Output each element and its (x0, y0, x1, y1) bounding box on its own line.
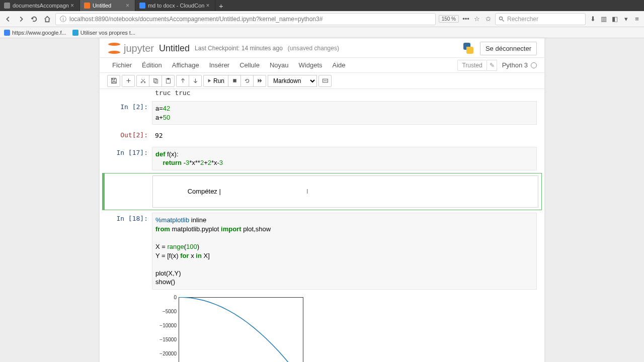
restart-button[interactable] (240, 75, 254, 87)
star-icon[interactable]: ✩ (484, 15, 492, 23)
menu-help[interactable]: Aide (328, 58, 351, 72)
markdown-cell-editing[interactable]: Compétez |I (102, 173, 542, 211)
cell-output: 92 (152, 129, 537, 142)
browser-tab[interactable]: md to docx - CloudCon × (135, 0, 216, 11)
copy-button[interactable] (149, 75, 162, 87)
output-cell: Out[2]: 92 (102, 127, 542, 144)
download-icon[interactable]: ⬇ (589, 15, 597, 23)
code-cell[interactable]: In [17]: def f(x): return -3*x**2+2*x-3 (102, 145, 542, 172)
y-tick-label: 0 (154, 294, 177, 300)
line-chart: 0−5000−10000−15000−20000−25000−300000204… (154, 296, 305, 362)
menu-file[interactable]: Fichier (107, 58, 137, 72)
edit-icon[interactable]: ✎ (487, 60, 497, 71)
site-info-icon[interactable]: ⓘ (60, 15, 66, 24)
move-down-button[interactable] (189, 75, 202, 87)
browser-tab-active[interactable]: Untitled × (80, 0, 135, 11)
menubar: Fichier Édition Affichage Insérer Cellul… (100, 58, 544, 73)
bookmark-item[interactable]: https://www.google.f... (4, 30, 66, 36)
trusted-badge[interactable]: Trusted (457, 60, 487, 71)
notebook-body[interactable]: truc truc In [2]: a=42 a+50 Out[2]: 92 I… (100, 89, 544, 362)
new-tab-button[interactable]: + (215, 0, 226, 11)
cell-input[interactable]: def f(x): return -3*x**2+2*x-3 (152, 147, 537, 170)
truncated-text: truc truc (100, 89, 544, 99)
jupyter-logo-text: jupyter (124, 43, 154, 54)
tab-favicon (4, 3, 10, 9)
code-cell[interactable]: In [2]: a=42 a+50 (102, 99, 542, 127)
star-outline-icon[interactable]: ☆ (473, 15, 481, 23)
svg-rect-7 (233, 79, 236, 82)
menu-insert[interactable]: Insérer (204, 58, 234, 72)
cell-input[interactable]: %matplotlib inline from matplotlib.pyplo… (152, 213, 537, 289)
y-tick-label: −15000 (154, 337, 177, 342)
forward-button[interactable] (16, 14, 26, 24)
jupyter-logo[interactable]: jupyter (107, 41, 154, 55)
tab-label: documentsAccompagn (13, 3, 69, 9)
cell-prompt: In [18]: (104, 213, 152, 289)
menu-kernel[interactable]: Noyau (265, 58, 294, 72)
unsaved-text: (unsaved changes) (288, 45, 339, 52)
jupyter-notebook: jupyter Untitled Last Checkpoint: 14 min… (100, 38, 544, 362)
home-button[interactable] (42, 14, 52, 24)
move-up-button[interactable] (176, 75, 189, 87)
cell-prompt: In [2]: (104, 101, 152, 125)
tab-label: md to docx - CloudCon (148, 3, 205, 9)
menu-edit[interactable]: Édition (137, 58, 167, 72)
cell-type-select[interactable]: Markdown (268, 75, 317, 87)
cell-input[interactable]: a=42 a+50 (152, 101, 537, 125)
y-tick-label: −10000 (154, 323, 177, 328)
run-button[interactable]: Run (203, 75, 228, 87)
url-bar[interactable]: ⓘ localhost:8890/notebooks/documentsAcco… (55, 13, 436, 25)
y-tick-label: −20000 (154, 351, 177, 356)
dots-icon[interactable]: ••• (462, 15, 470, 23)
browser-tab-strip: documentsAccompagn × Untitled × md to do… (0, 0, 644, 11)
logout-button[interactable]: Se déconnecter (480, 42, 537, 55)
plot-output: 0−5000−10000−15000−20000−25000−300000204… (154, 296, 310, 362)
stop-button[interactable] (228, 75, 241, 87)
text-cursor-icon: I (306, 188, 308, 195)
browser-toolbar: ⓘ localhost:8890/notebooks/documentsAcco… (0, 11, 644, 27)
svg-point-0 (500, 17, 503, 20)
cut-button[interactable] (136, 75, 149, 87)
bookmark-item[interactable]: Utiliser vos propres t... (72, 30, 135, 36)
menu-view[interactable]: Affichage (167, 58, 204, 72)
save-button[interactable] (107, 75, 120, 87)
paste-button[interactable] (162, 75, 175, 87)
bookmark-label: Utiliser vos propres t... (80, 30, 135, 36)
restart-run-all-button[interactable] (253, 75, 266, 87)
url-text: localhost:8890/notebooks/documentsAccomp… (69, 16, 323, 23)
close-icon[interactable]: × (204, 2, 211, 9)
kernel-indicator-icon (531, 62, 537, 68)
cell-prompt (105, 175, 152, 208)
command-palette-button[interactable] (318, 75, 332, 87)
add-cell-button[interactable] (122, 75, 135, 87)
pocket-icon[interactable]: ▾ (622, 15, 630, 23)
search-input[interactable]: Rechercher (495, 13, 586, 25)
notebook-header: jupyter Untitled Last Checkpoint: 14 min… (100, 38, 544, 58)
browser-tab[interactable]: documentsAccompagn × (0, 0, 80, 11)
globe-icon (4, 30, 10, 36)
tab-favicon (84, 3, 90, 9)
toolbar: Run Markdown (100, 73, 544, 89)
search-placeholder: Rechercher (507, 16, 538, 23)
code-cell[interactable]: In [18]: %matplotlib inline from matplot… (102, 211, 542, 291)
reload-button[interactable] (29, 14, 39, 24)
bookmarks-bar: https://www.google.f... Utiliser vos pro… (0, 27, 644, 38)
jupyter-logo-icon (107, 41, 121, 55)
kernel-label[interactable]: Python 3 (502, 61, 537, 69)
close-icon[interactable]: × (124, 2, 131, 9)
library-icon[interactable]: ▥ (600, 15, 608, 23)
back-button[interactable] (3, 14, 13, 24)
menu-icon[interactable]: ≡ (633, 15, 641, 23)
tab-favicon (139, 3, 145, 9)
python-logo-icon (462, 42, 475, 55)
close-icon[interactable]: × (69, 2, 75, 9)
globe-icon (72, 30, 78, 36)
sidebar-icon[interactable]: ◧ (611, 15, 619, 23)
tab-label: Untitled (93, 3, 111, 9)
cell-prompt: Out[2]: (104, 129, 152, 142)
notebook-title[interactable]: Untitled (159, 43, 190, 54)
zoom-level[interactable]: 150 % (439, 15, 459, 23)
cell-input-active[interactable]: Compétez |I (152, 175, 538, 208)
menu-cell[interactable]: Cellule (234, 58, 265, 72)
menu-widgets[interactable]: Widgets (294, 58, 328, 72)
